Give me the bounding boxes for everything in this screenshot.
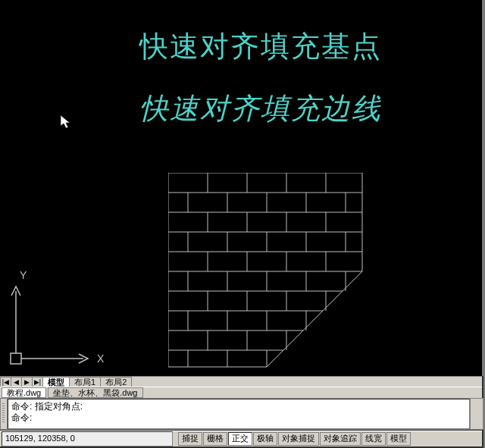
status-lineweight-button[interactable]: 线宽 xyxy=(361,432,386,446)
document-tab-bar: 教程.dwg 坐垫、水杯、黑袋.dwg xyxy=(0,387,482,398)
command-panel: 命令: 指定对角点: 命令: xyxy=(0,398,483,430)
file-tab-1[interactable]: 教程.dwg xyxy=(2,387,46,398)
canvas-text-1: 快速对齐填充基点 xyxy=(139,27,382,66)
status-ortho-button[interactable]: 正交 xyxy=(228,432,252,446)
coordinate-readout: 105129, 120358, 0 xyxy=(2,431,173,446)
status-osnap-button[interactable]: 对象捕捉 xyxy=(278,432,319,446)
tab-layout1[interactable]: 布局1 xyxy=(69,377,101,387)
status-polar-button[interactable]: 极轴 xyxy=(253,432,277,446)
command-scrollbar[interactable] xyxy=(470,399,483,429)
tab-nav-last[interactable]: ▶| xyxy=(32,377,43,387)
status-grid-button[interactable]: 栅格 xyxy=(203,432,227,446)
status-bar: 105129, 120358, 0 捕捉 栅格 正交 极轴 对象捕捉 对象追踪 … xyxy=(0,431,482,446)
command-prompt-line: 命令: xyxy=(11,412,466,424)
layout-tab-bar: |◀ ◀ ▶ ▶| 模型 布局1 布局2 xyxy=(0,376,482,387)
status-model-button[interactable]: 模型 xyxy=(386,432,411,446)
tab-nav-first[interactable]: |◀ xyxy=(0,377,11,387)
svg-rect-51 xyxy=(11,353,21,364)
status-otrack-button[interactable]: 对象追踪 xyxy=(320,432,361,446)
svg-text:Y: Y xyxy=(20,269,27,281)
canvas-text-2: 快速对齐填充边线 xyxy=(139,89,382,128)
command-history-line: 命令: 指定对角点: xyxy=(11,401,466,412)
tab-layout2[interactable]: 布局2 xyxy=(100,377,132,387)
tab-model[interactable]: 模型 xyxy=(42,377,70,387)
command-grip-handle[interactable] xyxy=(1,399,8,429)
tab-nav-next[interactable]: ▶ xyxy=(21,377,33,387)
drawing-canvas[interactable]: 快速对齐填充基点 快速对齐填充边线 X Y xyxy=(0,0,483,376)
cursor-arrow-icon xyxy=(61,115,73,129)
tab-nav-prev[interactable]: ◀ xyxy=(11,377,22,387)
command-input[interactable]: 命令: 指定对角点: 命令: xyxy=(8,399,470,429)
ucs-axis-icon: X Y xyxy=(9,268,108,367)
file-tab-2[interactable]: 坐垫、水杯、黑袋.dwg xyxy=(48,387,142,398)
hatch-brick-shape xyxy=(168,173,365,370)
svg-marker-0 xyxy=(61,115,70,128)
status-snap-button[interactable]: 捕捉 xyxy=(178,432,202,446)
svg-text:X: X xyxy=(97,352,105,365)
